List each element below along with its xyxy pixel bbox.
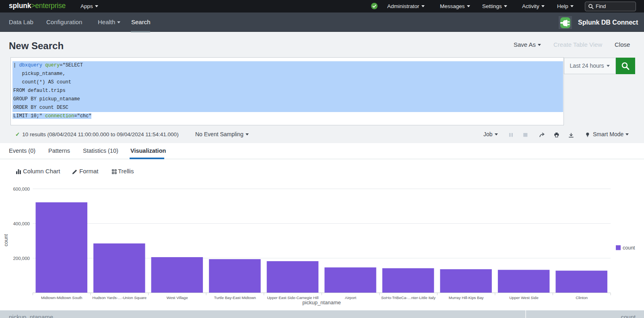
svg-text:pickup_ntaname: pickup_ntaname xyxy=(302,299,341,306)
svg-text:Murray Hill-Kips Bay: Murray Hill-Kips Bay xyxy=(449,295,484,300)
svg-text:SoHo-TriBeCa-…nter-Little Ital: SoHo-TriBeCa-…nter-Little Italy xyxy=(381,295,436,300)
svg-text:Clinton: Clinton xyxy=(576,295,588,300)
svg-text:Upper West Side: Upper West Side xyxy=(509,295,538,300)
svg-text:West Village: West Village xyxy=(167,295,188,300)
svg-text:400,000: 400,000 xyxy=(13,221,30,226)
svg-text:count: count xyxy=(623,245,635,251)
svg-text:Airport: Airport xyxy=(345,295,357,300)
svg-text:Turtle Bay-East Midtown: Turtle Bay-East Midtown xyxy=(214,295,256,300)
svg-text:Midtown-Midtown South: Midtown-Midtown South xyxy=(41,295,82,300)
svg-text:200,000: 200,000 xyxy=(13,256,30,261)
svg-text:600,000: 600,000 xyxy=(13,187,30,191)
svg-text:Hudson Yards-…-Union Square: Hudson Yards-…-Union Square xyxy=(93,295,147,300)
svg-text:count: count xyxy=(3,234,9,246)
svg-text:Upper East Side-Carnegie Hill: Upper East Side-Carnegie Hill xyxy=(267,295,318,300)
